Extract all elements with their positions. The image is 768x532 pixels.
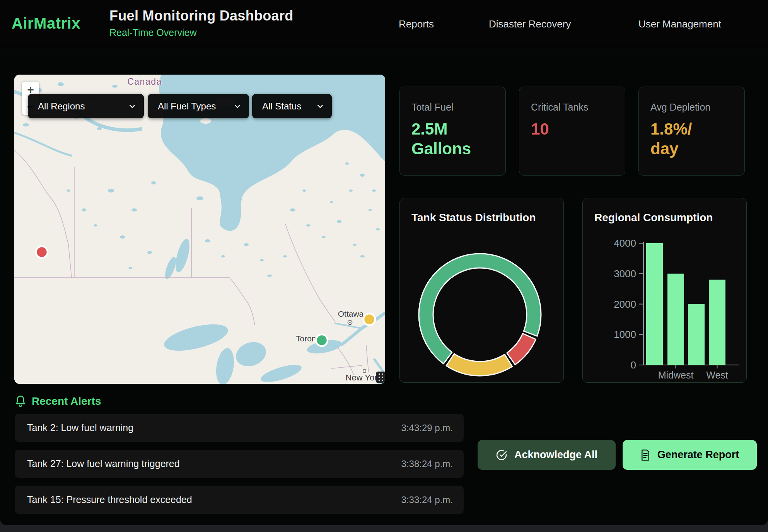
- chevron-down-icon: [317, 104, 323, 108]
- tank-marker-critical[interactable]: [36, 246, 48, 258]
- region-filter-dropdown[interactable]: All Regions: [28, 94, 144, 118]
- page-title: Fuel Monitoring Dashboard: [109, 8, 293, 24]
- bar-region-1: [646, 243, 663, 365]
- alert-list-item[interactable]: Tank 15: Pressure threshold exceeded 3:3…: [15, 486, 464, 514]
- tank-status-donut-chart: [400, 198, 564, 383]
- tank-marker-normal[interactable]: [316, 334, 328, 346]
- y-tick-label: 3000: [614, 268, 636, 280]
- stat-card-total-fuel: Total Fuel 2.5M Gallons: [399, 87, 506, 176]
- map-panel[interactable]: Canada Ottawa Toronto New York + − Al: [14, 75, 385, 384]
- regional-consumption-card: Regional Consumption 01000200030004000Mi…: [582, 198, 747, 383]
- stat-value: 1.8%/ day: [650, 119, 733, 159]
- bar-region-4: [709, 280, 725, 365]
- x-tick-label: West: [706, 370, 728, 380]
- donut-slice-critical: [507, 334, 536, 365]
- alert-list-item[interactable]: Tank 2: Low fuel warning 3:43:29 p.m.: [15, 414, 464, 442]
- alert-timestamp: 3:43:29 p.m.: [401, 423, 453, 433]
- chevron-down-icon: [129, 104, 135, 108]
- fuel-type-filter-dropdown[interactable]: All Fuel Types: [148, 94, 249, 118]
- generate-report-button[interactable]: Generate Report: [623, 440, 757, 470]
- alert-message: Tank 2: Low fuel warning: [27, 422, 133, 433]
- x-tick-label: Midwest: [658, 370, 694, 380]
- donut-slice-warning: [446, 354, 512, 376]
- ottawa-town-icon: [348, 321, 352, 325]
- stat-value: 10: [531, 119, 613, 139]
- stat-value: 2.5M Gallons: [411, 119, 494, 159]
- alert-timestamp: 3:38:24 p.m.: [401, 459, 453, 469]
- ottawa-label: Ottawa: [338, 309, 364, 318]
- fuel-monitoring-dashboard: AirMatrix Fuel Monitoring Dashboard Real…: [0, 0, 768, 532]
- alert-list-item[interactable]: Tank 27: Low fuel warning triggered 3:38…: [15, 450, 464, 478]
- title-block: Fuel Monitoring Dashboard Real-Time Over…: [109, 8, 293, 38]
- check-circle-icon: [496, 449, 507, 461]
- dashboard-container: AirMatrix Fuel Monitoring Dashboard Real…: [0, 0, 768, 525]
- chevron-down-icon: [234, 104, 241, 108]
- bell-icon: [15, 395, 26, 408]
- y-tick-label: 2000: [614, 298, 636, 310]
- recent-alerts-heading: Recent Alerts: [15, 395, 101, 408]
- map-canvas: Canada Ottawa Toronto New York: [14, 75, 385, 384]
- alert-message: Tank 27: Low fuel warning triggered: [27, 458, 180, 469]
- tank-status-distribution-card: Tank Status Distribution: [399, 198, 564, 383]
- map-island: [200, 118, 211, 124]
- alert-message: Tank 15: Pressure threshold exceeded: [27, 494, 192, 505]
- nav-item-disaster-recovery[interactable]: Disaster Recovery: [489, 0, 571, 48]
- regional-consumption-bar-chart: 01000200030004000MidwestWest: [583, 198, 747, 383]
- acknowledge-all-button[interactable]: Acknowledge All: [478, 440, 616, 470]
- country-label: Canada: [127, 77, 162, 87]
- stat-card-avg-depletion: Avg Depletion 1.8%/ day: [638, 87, 745, 176]
- tank-marker-warning[interactable]: [364, 314, 375, 325]
- document-icon: [640, 449, 650, 461]
- bar-region-2: [667, 274, 684, 365]
- y-tick-label: 0: [631, 359, 636, 371]
- map-resize-handle[interactable]: [376, 372, 385, 383]
- nav-item-reports[interactable]: Reports: [399, 0, 434, 48]
- y-tick-label: 4000: [614, 237, 636, 249]
- stat-label: Avg Depletion: [650, 102, 733, 113]
- y-tick-label: 1000: [614, 329, 636, 340]
- stat-label: Critical Tanks: [531, 102, 613, 113]
- stat-label: Total Fuel: [411, 102, 494, 113]
- bar-region-3: [688, 304, 705, 365]
- new-york-town-icon: [363, 370, 366, 372]
- stat-card-critical-tanks: Critical Tanks 10: [519, 87, 625, 176]
- header-bar: AirMatrix Fuel Monitoring Dashboard Real…: [0, 0, 768, 48]
- page-subtitle: Real-Time Overview: [109, 27, 293, 38]
- alert-timestamp: 3:33:24 p.m.: [401, 494, 453, 505]
- status-filter-dropdown[interactable]: All Status: [252, 94, 332, 118]
- nav-item-user-management[interactable]: User Management: [638, 0, 721, 48]
- brand-logo: AirMatrix: [12, 15, 80, 32]
